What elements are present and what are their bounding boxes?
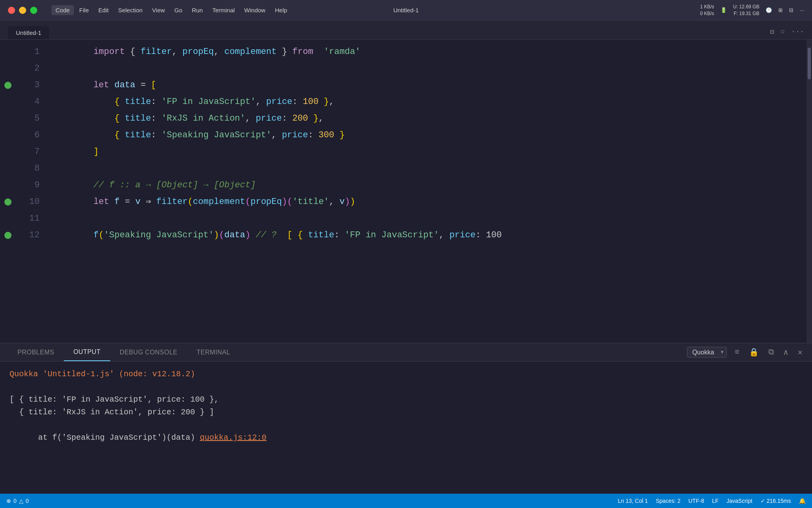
cursor-position[interactable]: Ln 13, Col 1 xyxy=(618,498,648,504)
copy-icon[interactable]: ⧉ xyxy=(767,346,776,358)
output-line-5: at f('Speaking JavaScript')(data) quokka… xyxy=(10,419,802,457)
line-number-12: 12 xyxy=(16,227,48,244)
title-bar-right: 1 KB/s 0 KB/s 🔋 U: 12.69 GB F: 19.31 GB … xyxy=(700,4,804,17)
output-link[interactable]: quokka.js:12:0 xyxy=(200,433,266,442)
panel-area: PROBLEMS OUTPUT DEBUG CONSOLE TERMINAL Q… xyxy=(0,343,812,494)
code-line-7: 7 ] xyxy=(0,144,812,160)
lock-icon[interactable]: 🔒 xyxy=(747,346,760,359)
spaces-label: Spaces: 2 xyxy=(656,498,680,504)
line-number-11: 11 xyxy=(16,210,48,227)
encoding[interactable]: UTF-8 xyxy=(688,498,704,504)
output-at-text: at f('Speaking JavaScript')(data) xyxy=(38,433,200,442)
more-icon[interactable]: ··· xyxy=(800,7,804,13)
breakpoint-indicator-3 xyxy=(4,82,11,89)
line-ending[interactable]: LF xyxy=(712,498,718,504)
line-ending-label: LF xyxy=(712,498,718,504)
indentation[interactable]: Spaces: 2 xyxy=(656,498,680,504)
traffic-lights xyxy=(8,7,37,14)
line-number-1: 1 xyxy=(16,44,48,60)
error-count-value: 0 xyxy=(13,498,17,504)
breakpoint-zone-10[interactable] xyxy=(0,198,16,206)
notification-icon[interactable]: 🔔 xyxy=(799,498,806,504)
output-line-4: { title: 'RxJS in Action', price: 200 } … xyxy=(10,406,802,419)
scrollbar-thumb[interactable] xyxy=(808,48,811,79)
menu-terminal[interactable]: Terminal xyxy=(208,5,239,15)
tab-terminal[interactable]: TERMINAL xyxy=(187,344,240,361)
tab-debug-console[interactable]: DEBUG CONSOLE xyxy=(110,344,187,361)
menu-view[interactable]: View xyxy=(148,5,169,15)
share-icon[interactable]: ⊞ xyxy=(778,7,783,13)
language-label: JavaScript xyxy=(726,498,752,504)
menu-selection[interactable]: Selection xyxy=(114,5,147,15)
network-status: 1 KB/s 0 KB/s xyxy=(700,4,714,17)
encoding-label: UTF-8 xyxy=(688,498,704,504)
maximize-button[interactable] xyxy=(30,7,37,14)
breakpoint-zone-12[interactable] xyxy=(0,232,16,239)
more-actions-icon[interactable]: ··· xyxy=(791,28,804,36)
warning-count-value: 0 xyxy=(26,498,29,504)
tab-label: Untitled-1 xyxy=(16,29,41,36)
title-bar: Code File Edit Selection View Go Run Ter… xyxy=(0,0,812,21)
minimize-button[interactable] xyxy=(19,7,26,14)
menu-bar: Code File Edit Selection View Go Run Ter… xyxy=(47,5,291,15)
code-editor[interactable]: 1 import { filter, propEq, complement } … xyxy=(0,40,812,343)
error-icon: ⊗ xyxy=(6,498,11,504)
editor-area: 1 import { filter, propEq, complement } … xyxy=(0,40,812,343)
grid-icon[interactable]: ⊟ xyxy=(789,7,793,13)
line-number-9: 9 xyxy=(16,177,48,194)
line-number-5: 5 xyxy=(16,110,48,127)
code-line-12: 12 f('Speaking JavaScript')(data) // ? [… xyxy=(0,227,812,244)
output-line-1: Quokka 'Untitled-1.js' (node: v12.18.2) xyxy=(10,368,802,381)
quokka-status[interactable]: ✓ 216.15ms xyxy=(760,498,791,504)
position-label: Ln 13, Col 1 xyxy=(618,498,648,504)
code-line-10: 10 let f = v ⇒ filter(complement(propEq)… xyxy=(0,194,812,210)
tab-output[interactable]: OUTPUT xyxy=(64,344,110,361)
output-line-3: [ { title: 'FP in JavaScript', price: 10… xyxy=(10,393,802,406)
menu-help[interactable]: Help xyxy=(271,5,291,15)
dot-indicator: ○ xyxy=(781,28,785,36)
close-button[interactable] xyxy=(8,7,15,14)
status-right: Ln 13, Col 1 Spaces: 2 UTF-8 LF JavaScri… xyxy=(618,498,806,504)
warning-icon: △ xyxy=(19,498,23,504)
output-line-2 xyxy=(10,381,802,393)
battery-icon: 🔋 xyxy=(720,7,727,13)
bell-icon: 🔔 xyxy=(799,498,806,504)
line-number-8: 8 xyxy=(16,160,48,177)
editor-scrollbar[interactable] xyxy=(806,40,812,343)
output-source-select[interactable]: Quokka xyxy=(687,347,727,358)
menu-window[interactable]: Window xyxy=(240,5,269,15)
window-title: Untitled-1 xyxy=(393,7,419,13)
breakpoint-zone-3[interactable] xyxy=(0,82,16,89)
panel-tab-actions: Quokka ▼ ≡ 🔒 ⧉ ∧ ✕ xyxy=(687,346,804,359)
language-mode[interactable]: JavaScript xyxy=(726,498,752,504)
line-number-6: 6 xyxy=(16,127,48,144)
collapse-panel-icon[interactable]: ∧ xyxy=(782,346,790,359)
line-number-2: 2 xyxy=(16,60,48,77)
quokka-status-label: ✓ 216.15ms xyxy=(760,498,791,504)
clock-icon: 🕐 xyxy=(766,7,772,13)
status-bar: ⊗ 0 △ 0 Ln 13, Col 1 Spaces: 2 UTF-8 LF … xyxy=(0,494,812,508)
storage-status: U: 12.69 GB F: 19.31 GB xyxy=(733,4,759,17)
breakpoint-indicator-10 xyxy=(4,198,11,206)
close-panel-icon[interactable]: ✕ xyxy=(796,346,804,359)
code-line-1: 1 import { filter, propEq, complement } … xyxy=(0,44,812,60)
menu-go[interactable]: Go xyxy=(170,5,186,15)
tab-problems[interactable]: PROBLEMS xyxy=(8,344,64,361)
code-content-12: f('Speaking JavaScript')(data) // ? [ { … xyxy=(48,210,812,260)
menu-file[interactable]: File xyxy=(75,5,93,15)
clear-output-icon[interactable]: ≡ xyxy=(733,346,741,358)
line-number-7: 7 xyxy=(16,144,48,160)
line-number-10: 10 xyxy=(16,194,48,210)
menu-code[interactable]: Code xyxy=(52,5,74,15)
output-source-select-wrapper: Quokka ▼ xyxy=(687,347,727,358)
editor-tab[interactable]: Untitled-1 xyxy=(8,26,49,39)
tab-bar: Untitled-1 ⊟ ○ ··· xyxy=(0,21,812,40)
menu-edit[interactable]: Edit xyxy=(94,5,113,15)
line-number-3: 3 xyxy=(16,77,48,94)
split-editor-icon[interactable]: ⊟ xyxy=(770,27,774,36)
tab-actions: ⊟ ○ ··· xyxy=(770,27,804,39)
error-count[interactable]: ⊗ 0 △ 0 xyxy=(6,498,29,504)
menu-run[interactable]: Run xyxy=(188,5,207,15)
title-bar-left: Code File Edit Selection View Go Run Ter… xyxy=(8,5,291,15)
line-number-4: 4 xyxy=(16,94,48,110)
